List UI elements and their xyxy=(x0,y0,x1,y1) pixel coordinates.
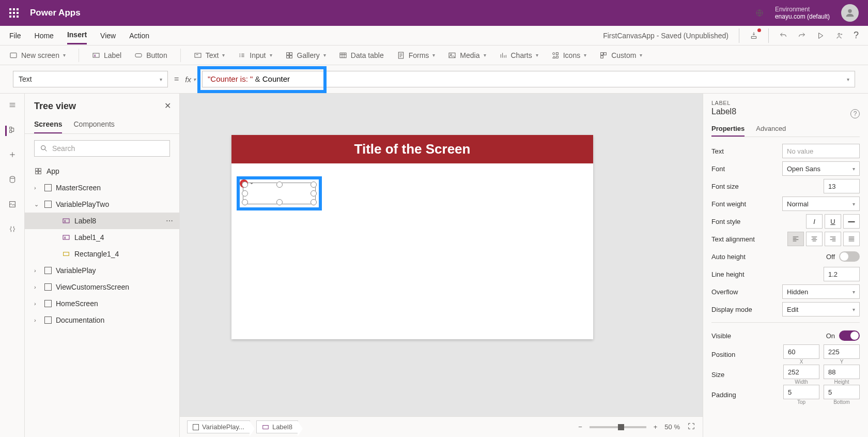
tree-node-label1-4[interactable]: Label1_4 xyxy=(25,229,179,246)
prop-displaymode-select[interactable]: Edit▾ xyxy=(782,302,860,317)
user-avatar[interactable] xyxy=(841,4,859,22)
more-options-icon[interactable]: ⋯ xyxy=(166,217,173,225)
strikethrough-button[interactable]: — xyxy=(843,214,860,229)
menu-home[interactable]: Home xyxy=(35,27,54,44)
tree-node-screen[interactable]: ›ViewCustomersScreen xyxy=(25,279,179,295)
breadcrumb-control[interactable]: Label8 xyxy=(256,420,298,433)
insert-forms[interactable]: Forms▾ xyxy=(397,51,436,59)
svg-rect-18 xyxy=(604,52,607,55)
insert-data-table[interactable]: Data table xyxy=(339,51,384,59)
prop-fontweight-select[interactable]: Normal▾ xyxy=(782,197,860,211)
app-checker-icon[interactable] xyxy=(750,32,758,40)
screen-title-bar: Title of the Screen xyxy=(231,135,593,163)
prop-position-x[interactable]: 60 xyxy=(783,344,819,359)
svg-rect-10 xyxy=(289,55,292,58)
rail-data-icon[interactable] xyxy=(8,175,17,186)
global-header: Power Apps Environment enayu.com (defaul… xyxy=(0,0,868,26)
formula-bar: Text▾ = fx▾ "Counter is: " & Counter ▾ xyxy=(0,65,868,94)
tree-search-input[interactable]: Search xyxy=(34,140,170,157)
prop-overflow-select[interactable]: Hidden▾ xyxy=(782,284,860,299)
svg-rect-8 xyxy=(289,52,292,55)
selected-control-highlight[interactable]: ✕ ⌄ xyxy=(237,176,322,210)
chevron-down-icon[interactable]: ⌄ xyxy=(249,178,254,186)
formula-input[interactable]: "Counter is: " & Counter ▾ xyxy=(202,71,855,87)
rail-hamburger-icon[interactable] xyxy=(8,101,17,111)
close-panel-icon[interactable]: ✕ xyxy=(164,101,171,111)
insert-media[interactable]: Media▾ xyxy=(448,51,486,59)
align-right-button[interactable] xyxy=(825,232,841,246)
tree-view-title: Tree view xyxy=(25,94,179,116)
tab-advanced[interactable]: Advanced xyxy=(756,122,786,137)
new-screen-button[interactable]: New screen▾ xyxy=(9,51,66,59)
tab-properties[interactable]: Properties xyxy=(711,122,745,137)
menu-file[interactable]: File xyxy=(9,27,21,44)
prop-visible-toggle[interactable] xyxy=(839,330,860,341)
insert-charts[interactable]: Charts▾ xyxy=(499,51,538,59)
fit-to-screen-icon[interactable] xyxy=(687,422,695,432)
prop-autoheight-toggle[interactable] xyxy=(839,251,860,262)
prop-font-select[interactable]: Open Sans▾ xyxy=(782,161,860,176)
svg-rect-21 xyxy=(9,130,11,132)
prop-fontsize-input[interactable]: 13 xyxy=(824,179,860,193)
prop-size-height[interactable]: 88 xyxy=(824,365,860,379)
prop-lineheight-input[interactable]: 1.2 xyxy=(824,267,860,281)
tree-view-panel: Tree view ✕ Screens Components Search Ap… xyxy=(25,94,180,437)
tree-node-screen-expanded[interactable]: ⌄VariablePlayTwo xyxy=(25,196,179,213)
zoom-slider[interactable] xyxy=(590,426,646,428)
tree-node-screen[interactable]: ›VariablePlay xyxy=(25,262,179,279)
screen-artboard[interactable]: Title of the Screen ✕ ⌄ xyxy=(231,135,593,339)
prop-position-y[interactable]: 225 xyxy=(824,344,860,359)
underline-button[interactable]: U xyxy=(825,214,841,229)
zoom-value: 50 % xyxy=(664,423,680,431)
svg-rect-25 xyxy=(36,169,38,171)
help-icon[interactable]: ? xyxy=(854,30,859,41)
menu-insert[interactable]: Insert xyxy=(67,26,87,44)
tab-components[interactable]: Components xyxy=(73,116,114,133)
svg-rect-6 xyxy=(195,53,201,57)
insert-gallery[interactable]: Gallery▾ xyxy=(285,51,326,59)
insert-text[interactable]: Text▾ xyxy=(194,51,225,59)
prop-padding-top[interactable]: 5 xyxy=(783,385,819,399)
app-launcher-icon[interactable] xyxy=(9,8,19,18)
environment-icon xyxy=(755,9,764,17)
menu-action[interactable]: Action xyxy=(129,27,149,44)
rail-advanced-tools-icon[interactable] xyxy=(8,225,17,235)
breadcrumb-screen[interactable]: VariablePlay... xyxy=(187,420,250,433)
align-center-button[interactable] xyxy=(806,232,823,246)
tree-list: App ›MasterScreen ⌄VariablePlayTwo Label… xyxy=(25,163,179,437)
prop-padding-bottom[interactable]: 5 xyxy=(824,385,860,399)
insert-icons[interactable]: Icons▾ xyxy=(551,51,586,59)
insert-label[interactable]: Label xyxy=(92,51,121,59)
italic-button[interactable]: I xyxy=(806,214,823,229)
insert-input[interactable]: Input▾ xyxy=(238,51,272,59)
svg-point-2 xyxy=(838,33,840,35)
play-icon[interactable] xyxy=(816,32,825,40)
menu-view[interactable]: View xyxy=(100,27,116,44)
zoom-out-icon[interactable]: − xyxy=(578,423,582,431)
equals-sign: = xyxy=(174,74,179,84)
help-icon[interactable]: ? xyxy=(850,109,860,118)
tree-node-screen[interactable]: ›Documentation xyxy=(25,312,179,328)
fx-icon[interactable]: fx▾ xyxy=(185,75,196,84)
property-selector[interactable]: Text▾ xyxy=(13,71,168,87)
zoom-in-icon[interactable]: + xyxy=(654,423,658,431)
tree-node-label8[interactable]: Label8⋯ xyxy=(25,213,179,229)
tab-screens[interactable]: Screens xyxy=(34,116,62,133)
environment-info[interactable]: Environment enayu.com (default) xyxy=(775,6,830,21)
tree-node-app[interactable]: App xyxy=(25,163,179,179)
insert-custom[interactable]: Custom▾ xyxy=(599,51,642,59)
prop-text-input[interactable]: No value xyxy=(782,144,860,158)
share-icon[interactable] xyxy=(835,32,843,40)
align-left-button[interactable] xyxy=(787,232,804,246)
tree-node-screen[interactable]: ›HomeScreen xyxy=(25,295,179,312)
align-justify-button[interactable] xyxy=(843,232,860,246)
tree-node-screen[interactable]: ›MasterScreen xyxy=(25,179,179,196)
undo-icon[interactable] xyxy=(779,32,787,40)
rail-tree-view-icon[interactable] xyxy=(5,126,17,136)
insert-button[interactable]: Button xyxy=(134,51,167,59)
rail-insert-icon[interactable] xyxy=(8,150,17,161)
redo-icon[interactable] xyxy=(798,32,806,40)
tree-node-rectangle[interactable]: Rectangle1_4 xyxy=(25,246,179,262)
prop-size-width[interactable]: 252 xyxy=(783,365,819,379)
rail-media-icon[interactable] xyxy=(8,200,17,210)
